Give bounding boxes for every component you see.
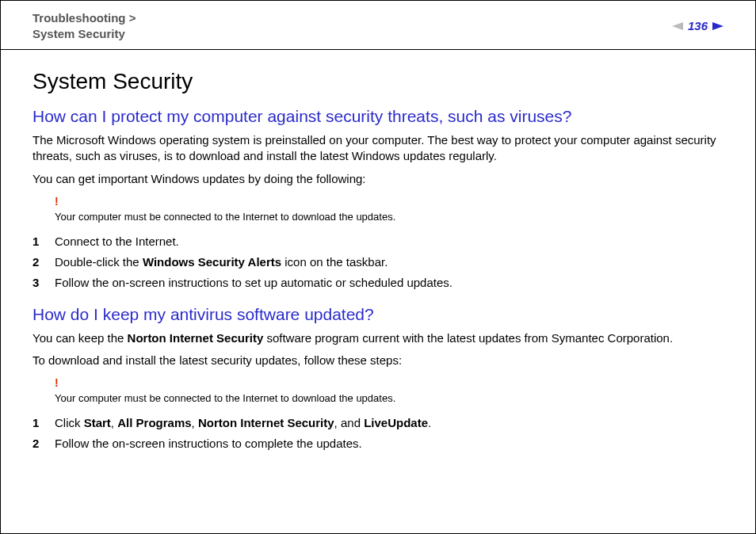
paragraph: The Microsoft Windows operating system i… [32,132,724,165]
step-text: Click Start, All Programs, Norton Intern… [55,414,431,433]
paragraph: You can get important Windows updates by… [32,171,724,187]
page-header: Troubleshooting > System Security 136 [1,1,755,50]
breadcrumb: Troubleshooting > System Security [32,10,136,41]
next-page-arrow-icon[interactable] [712,22,724,30]
section-antivirus-update: How do I keep my antivirus software upda… [32,305,724,453]
warning-icon: ! [55,376,724,389]
page-number: 136 [688,19,708,32]
step-text: Double-click the Windows Security Alerts… [55,253,388,272]
section-protect-computer: How can I protect my computer against se… [32,107,724,292]
warning-text: Your computer must be connected to the I… [55,392,395,404]
page-nav: 136 [672,19,724,32]
step-number: 1 [32,232,55,251]
step-item: 1 Click Start, All Programs, Norton Inte… [32,414,724,433]
step-list: 1 Click Start, All Programs, Norton Inte… [32,414,724,453]
section-heading: How do I keep my antivirus software upda… [32,305,724,324]
breadcrumb-line-1: Troubleshooting > [32,10,136,26]
step-item: 1 Connect to the Internet. [32,232,724,251]
breadcrumb-line-2: System Security [32,26,136,42]
step-text: Follow the on-screen instructions to set… [55,273,452,292]
step-number: 2 [32,253,55,272]
step-item: 3 Follow the on-screen instructions to s… [32,273,724,292]
warning-note: ! Your computer must be connected to the… [55,195,724,224]
warning-text: Your computer must be connected to the I… [55,211,395,223]
paragraph: You can keep the Norton Internet Securit… [32,330,724,346]
warning-icon: ! [55,195,724,208]
step-number: 2 [32,434,55,453]
page-content: System Security How can I protect my com… [1,50,755,453]
paragraph: To download and install the latest secur… [32,353,724,368]
svg-marker-1 [712,22,724,30]
step-list: 1 Connect to the Internet. 2 Double-clic… [32,232,724,292]
step-number: 1 [32,414,55,433]
step-item: 2 Follow the on-screen instructions to c… [32,434,724,453]
svg-marker-0 [672,22,683,30]
step-item: 2 Double-click the Windows Security Aler… [32,253,724,272]
warning-note: ! Your computer must be connected to the… [55,376,724,406]
step-text: Connect to the Internet. [55,232,179,251]
prev-page-arrow-icon[interactable] [672,22,683,30]
step-text: Follow the on-screen instructions to com… [55,434,362,453]
section-heading: How can I protect my computer against se… [32,107,724,126]
step-number: 3 [32,273,55,292]
page-title: System Security [32,69,724,94]
